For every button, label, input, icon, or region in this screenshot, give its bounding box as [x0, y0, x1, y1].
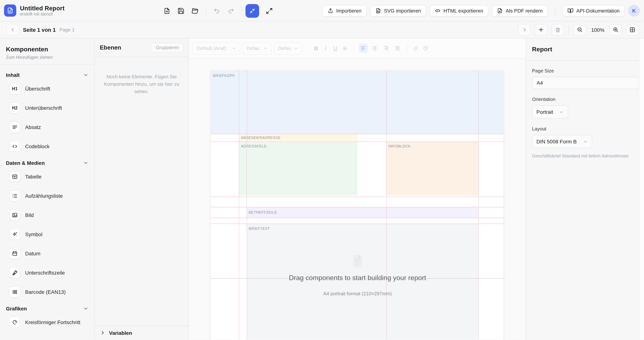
pdf-render-button[interactable]: Als PDF rendern: [492, 5, 548, 16]
user-avatar[interactable]: K: [628, 5, 640, 17]
header-actions: Importieren SVG importieren HTML exporti…: [322, 0, 640, 22]
calendar-icon: [9, 248, 20, 259]
zone-infoblock: INFOBLOCK: [386, 142, 478, 196]
zoom-in-icon: [612, 26, 619, 33]
previous-page-button[interactable]: [6, 24, 19, 36]
component-item-paragraph[interactable]: Absatz: [9, 122, 88, 133]
font-family-select[interactable]: Default (Arial): [192, 42, 240, 54]
window-scrollbar[interactable]: [639, 38, 644, 340]
canvas-scroll-area[interactable]: BRIEFKOPF ABSENDERADRESSE ADRESSFELD INF…: [189, 58, 526, 340]
page-size-input[interactable]: [532, 77, 639, 89]
color-palette-button[interactable]: [421, 45, 430, 52]
italic-button[interactable]: I: [321, 45, 330, 52]
paragraph-icon: [9, 122, 20, 133]
app-window: Untitled Report erstellt mit stencil Imp…: [0, 0, 644, 340]
underline-button[interactable]: U: [330, 45, 340, 52]
placeholder-subheading: A4 portrait format (210×297mm): [211, 291, 504, 296]
undo-button[interactable]: [210, 4, 224, 18]
svg-import-button[interactable]: SVG importieren: [370, 5, 426, 16]
zoom-level: 100%: [590, 27, 606, 33]
next-page-button[interactable]: [518, 24, 531, 36]
chevron-down-icon: [583, 139, 588, 144]
inspector-body: Page Size Orientation Portrait Layout DI…: [526, 60, 639, 158]
component-item-calendar[interactable]: Datum: [9, 248, 88, 259]
save-button[interactable]: [174, 4, 188, 18]
api-docs-button[interactable]: API-Dokumentation: [562, 5, 625, 16]
variables-section-toggle[interactable]: Variablen: [95, 326, 188, 340]
group-button[interactable]: Gruppieren: [151, 43, 184, 52]
align-right-button[interactable]: [382, 44, 391, 53]
layout-label: Layout: [532, 126, 639, 132]
font-style-select[interactable]: Defau: [274, 42, 302, 54]
h2-icon: H2: [9, 102, 20, 114]
align-right-icon: [383, 46, 389, 51]
header: Untitled Report erstellt mit stencil Imp…: [0, 0, 644, 22]
inspector-title: Report: [532, 46, 552, 53]
delete-page-button[interactable]: [551, 24, 564, 36]
component-item-sparkles[interactable]: Symbol: [9, 229, 88, 240]
image-icon: [9, 210, 20, 221]
placeholder-heading: Drag components to start building your r…: [211, 274, 504, 282]
import-button[interactable]: Importieren: [322, 5, 367, 16]
din-guide-line: [211, 141, 504, 142]
align-left-button[interactable]: [358, 44, 368, 53]
folder-open-icon: [191, 7, 198, 14]
chevron-left-icon: [10, 27, 16, 32]
chevron-right-icon: [100, 330, 105, 335]
book-open-icon: [568, 8, 574, 14]
zoom-out-button[interactable]: [574, 24, 586, 36]
component-item-table[interactable]: Tabelle: [9, 171, 88, 182]
add-page-button[interactable]: [534, 24, 548, 36]
layers-panel: Ebenen Gruppieren Noch keine Elemente. F…: [95, 38, 189, 340]
empty-page-placeholder: Drag components to start building your r…: [211, 255, 504, 296]
toolbar-divider: [555, 6, 555, 16]
report-page[interactable]: BRIEFKOPF ABSENDERADRESSE ADRESSFELD INF…: [210, 70, 504, 340]
zoom-in-button[interactable]: [609, 24, 622, 36]
inspector-header: Report: [526, 38, 639, 60]
component-item-list[interactable]: Aufzählungsliste: [9, 190, 88, 202]
components-subtitle: Zum Hinzufügen ziehen: [6, 55, 88, 60]
grid-view-button[interactable]: [626, 24, 639, 36]
font-size-select[interactable]: Defau: [242, 42, 272, 54]
sparkles-icon: [9, 229, 20, 240]
strikethrough-button[interactable]: S: [340, 45, 350, 52]
file-plus-icon: [163, 7, 170, 14]
layout-select[interactable]: DIN 5008 Form B: [532, 135, 592, 148]
open-file-button[interactable]: [188, 4, 202, 18]
align-center-icon: [372, 46, 378, 51]
align-center-button[interactable]: [370, 44, 379, 53]
din-guide-line: [211, 224, 504, 224]
component-item-image[interactable]: Bild: [9, 210, 88, 221]
align-justify-button[interactable]: [393, 44, 402, 53]
components-panel-header: Komponenten Zum Hinzufügen ziehen: [0, 38, 94, 65]
redo-button[interactable]: [224, 4, 238, 18]
component-item-barcode[interactable]: Barcode (EAN13): [9, 286, 88, 298]
component-item-signature[interactable]: Unterschriftszeile: [9, 267, 88, 278]
component-item-code[interactable]: Codeblock: [9, 141, 88, 152]
section-header[interactable]: Grafiken: [6, 306, 88, 312]
collapse-icon: [249, 8, 256, 14]
section-header[interactable]: Inhalt: [6, 72, 88, 78]
document-title: Untitled Report: [20, 4, 64, 11]
bold-button[interactable]: B: [311, 45, 321, 52]
canvas-area: Default (Arial) Defau Defau B I U S: [189, 38, 526, 340]
expand-view-button[interactable]: [262, 4, 276, 18]
layout-help-text: Geschäftsbrief-Standard mit tiefem Adres…: [532, 153, 636, 158]
component-item-h1[interactable]: H1Überschrift: [9, 83, 88, 94]
section-header[interactable]: Daten & Medien: [6, 160, 88, 166]
toolbar-divider: [354, 44, 354, 53]
gauge-icon: [9, 317, 20, 328]
html-export-button[interactable]: HTML exportieren: [430, 5, 488, 16]
file-down-icon: [497, 8, 503, 14]
link-button[interactable]: [411, 45, 421, 52]
file-image-icon: [375, 8, 381, 14]
orientation-select[interactable]: Portrait: [532, 105, 568, 119]
align-justify-icon: [395, 46, 400, 51]
redo-icon: [227, 7, 234, 14]
component-item-gauge[interactable]: Kreisförmiger Fortschritt: [9, 317, 88, 328]
chevron-right-icon: [522, 27, 527, 32]
collapse-view-button[interactable]: [246, 4, 259, 18]
component-item-h2[interactable]: H2Unterüberschrift: [9, 102, 88, 114]
new-file-button[interactable]: [160, 4, 174, 18]
align-left-icon: [360, 46, 366, 51]
